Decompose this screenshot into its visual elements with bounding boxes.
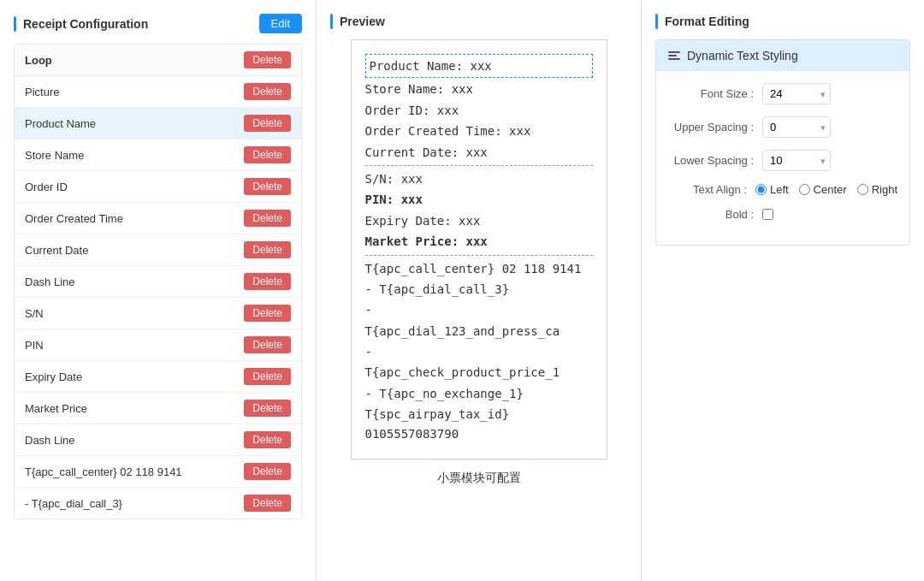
receipt-line: Expiry Date: xxx xyxy=(365,211,593,230)
list-item-delete-button[interactable]: Delete xyxy=(244,178,291,195)
list-item-delete-button[interactable]: Delete xyxy=(244,368,291,385)
list-item-delete-button[interactable]: Delete xyxy=(244,210,291,227)
list-item[interactable]: Dash Line Delete xyxy=(15,266,301,298)
align-radio-left[interactable] xyxy=(755,184,767,195)
list-item-label: Dash Line xyxy=(25,434,75,447)
list-item-delete-button[interactable]: Delete xyxy=(244,83,291,100)
list-item-delete-button[interactable]: Delete xyxy=(244,146,291,163)
format-body: Font Size : 1214161820242832 Upper Spaci… xyxy=(656,71,909,245)
list-item-delete-button[interactable]: Delete xyxy=(244,336,291,353)
receipt-divider xyxy=(365,165,593,166)
receipt-line: T{apc_call_center} 02 118 9141 xyxy=(365,259,593,278)
font-size-select[interactable]: 1214161820242832 xyxy=(762,83,831,104)
align-radio-item[interactable]: Left xyxy=(755,183,789,196)
title-accent xyxy=(14,16,16,32)
list-item-label: Current Date xyxy=(25,244,88,257)
page-footer: 小票模块可配置 xyxy=(427,459,531,496)
format-card-title: Dynamic Text Styling xyxy=(687,49,798,62)
align-radio-item[interactable]: Right xyxy=(857,183,897,196)
right-accent xyxy=(655,14,658,29)
bold-label: Bold : xyxy=(668,208,762,221)
list-item-delete-button[interactable]: Delete xyxy=(244,273,291,290)
receipt-line: - T{apc_dial_call_3} xyxy=(365,280,593,299)
receipt-line: - xyxy=(365,342,593,361)
receipt-line: - T{apc_no_exchange_1} xyxy=(365,384,593,403)
list-item[interactable]: Picture Delete xyxy=(15,76,301,108)
receipt-line: T{spc_airpay_tax_id} 0105557083790 xyxy=(365,405,593,443)
list-item-label: Expiry Date xyxy=(25,371,82,383)
list-item-label: Market Price xyxy=(25,402,87,415)
lower-spacing-select[interactable]: 0246810 xyxy=(762,150,831,171)
radio-label: Right xyxy=(872,183,897,196)
list-item-label: Store Name xyxy=(25,149,84,162)
bold-checkbox[interactable] xyxy=(762,209,773,220)
app-container: Receipt Configuration Edit Loop Delete P… xyxy=(0,0,924,581)
text-align-label: Text Align : xyxy=(668,183,755,196)
list-item[interactable]: Dash Line Delete xyxy=(15,424,301,456)
list-item-delete-button[interactable]: Delete xyxy=(244,463,291,480)
radio-label: Center xyxy=(814,183,847,196)
preview-header: Preview xyxy=(330,14,385,29)
items-list-body: Picture Delete Product Name Delete Store… xyxy=(15,76,301,519)
list-item-delete-button[interactable]: Delete xyxy=(244,241,291,258)
middle-panel: Preview Product Name: xxxStore Name: xxx… xyxy=(317,0,642,581)
list-item-delete-button[interactable]: Delete xyxy=(244,431,291,448)
list-item[interactable]: Market Price Delete xyxy=(15,393,301,424)
loop-label: Loop xyxy=(25,54,52,67)
receipt-line: PIN: xxx xyxy=(365,190,593,209)
items-list: Loop Delete Picture Delete Product Name … xyxy=(14,44,302,519)
receipt-line: S/N: xxx xyxy=(365,169,593,188)
lower-spacing-label: Lower Spacing : xyxy=(668,154,762,167)
list-item[interactable]: PIN Delete xyxy=(15,329,301,361)
receipt-line: Order ID: xxx xyxy=(365,101,593,120)
list-item[interactable]: T{apc_call_center} 02 118 9141 Delete xyxy=(15,456,301,488)
receipt-line: Store Name: xxx xyxy=(365,80,593,98)
text-align-row: Text Align : LeftCenterRight xyxy=(668,183,897,196)
list-item[interactable]: Expiry Date Delete xyxy=(15,361,301,393)
upper-spacing-row: Upper Spacing : 0246810 xyxy=(668,116,897,138)
list-item[interactable]: - T{apc_dial_call_3} Delete xyxy=(15,488,301,519)
list-item[interactable]: Current Date Delete xyxy=(15,234,301,266)
list-item[interactable]: Order Created Time Delete xyxy=(15,203,301,234)
list-item-delete-button[interactable]: Delete xyxy=(244,495,291,512)
list-item[interactable]: Order ID Delete xyxy=(15,171,301,203)
receipt-line: T{apc_check_product_price_1 xyxy=(365,363,593,382)
text-align-radio-group: LeftCenterRight xyxy=(755,183,897,196)
list-item-label: Product Name xyxy=(25,117,96,130)
receipt-line: Current Date: xxx xyxy=(365,143,593,162)
upper-spacing-select-wrapper: 0246810 xyxy=(762,116,831,138)
preview-title: Preview xyxy=(340,15,385,28)
list-item-delete-button[interactable]: Delete xyxy=(244,305,291,322)
list-item-label: T{apc_call_center} 02 118 9141 xyxy=(25,465,182,478)
list-item-label: Order ID xyxy=(25,181,68,193)
preview-accent xyxy=(330,14,333,29)
upper-spacing-select[interactable]: 0246810 xyxy=(762,116,831,138)
list-item-label: PIN xyxy=(25,339,44,352)
right-panel: Format Editing Dynamic Text Styling Font… xyxy=(642,0,924,581)
align-radio-right[interactable] xyxy=(857,184,868,195)
footer-text: 小票模块可配置 xyxy=(437,471,521,484)
list-item-delete-button[interactable]: Delete xyxy=(244,115,291,132)
list-item[interactable]: Store Name Delete xyxy=(15,139,301,171)
loop-delete-button[interactable]: Delete xyxy=(244,51,291,68)
list-item[interactable]: S/N Delete xyxy=(15,298,301,329)
left-header: Receipt Configuration Edit xyxy=(14,14,302,33)
align-radio-item[interactable]: Center xyxy=(799,183,847,196)
align-radio-center[interactable] xyxy=(799,184,810,195)
list-item[interactable]: Product Name Delete xyxy=(15,108,301,139)
loop-header: Loop Delete xyxy=(15,44,301,76)
edit-button[interactable]: Edit xyxy=(259,14,302,33)
receipt-preview: Product Name: xxxStore Name: xxxOrder ID… xyxy=(351,39,607,459)
font-size-select-wrapper: 1214161820242832 xyxy=(762,83,831,104)
radio-label: Left xyxy=(770,183,789,196)
format-card: Dynamic Text Styling Font Size : 1214161… xyxy=(655,39,910,246)
receipt-divider xyxy=(365,255,593,256)
list-item-delete-button[interactable]: Delete xyxy=(244,400,291,417)
list-item-label: Order Created Time xyxy=(25,212,123,225)
receipt-line: T{apc_dial_123_and_press_ca xyxy=(365,322,593,341)
right-title: Format Editing xyxy=(665,15,910,28)
receipt-line: Order Created Time: xxx xyxy=(365,122,593,140)
list-item-label: - T{apc_dial_call_3} xyxy=(25,497,122,510)
list-item-label: S/N xyxy=(25,307,44,320)
left-title: Receipt Configuration xyxy=(23,17,259,31)
